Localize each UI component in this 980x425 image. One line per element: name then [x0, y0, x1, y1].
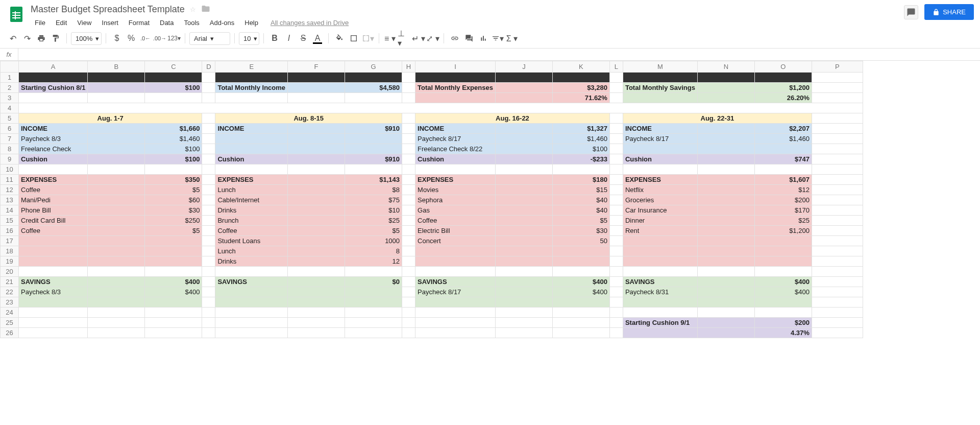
cell[interactable]: Freelance Check	[19, 144, 88, 154]
cell[interactable]	[288, 164, 345, 175]
cell[interactable]	[215, 144, 288, 154]
cell[interactable]	[415, 164, 496, 175]
text-color-icon[interactable]: A	[311, 32, 324, 45]
cell[interactable]	[415, 308, 496, 318]
cell[interactable]: $8	[345, 185, 402, 195]
borders-icon[interactable]	[347, 32, 360, 45]
cell[interactable]	[495, 287, 552, 297]
comments-button[interactable]	[904, 5, 918, 19]
cell[interactable]	[202, 175, 215, 185]
cell[interactable]	[495, 93, 552, 103]
cell[interactable]	[609, 134, 623, 144]
functions-icon[interactable]: Σ ▾	[505, 32, 519, 45]
cell[interactable]	[202, 216, 215, 226]
cell[interactable]	[215, 287, 288, 297]
font-select[interactable]: Arial ▾	[189, 32, 230, 45]
cell[interactable]	[345, 297, 402, 308]
cell[interactable]	[495, 154, 552, 164]
menu-tools[interactable]: Tools	[180, 17, 203, 29]
cell[interactable]	[415, 328, 496, 338]
cell[interactable]: $60	[145, 195, 202, 205]
cell[interactable]	[345, 73, 402, 83]
cell[interactable]	[402, 154, 415, 164]
cell[interactable]: $180	[552, 175, 609, 185]
currency-icon[interactable]: $	[110, 32, 124, 45]
cell[interactable]	[609, 73, 623, 83]
cell[interactable]: Paycheck 8/17	[415, 134, 496, 144]
col-hdr[interactable]: K	[552, 61, 609, 73]
cell[interactable]	[288, 308, 345, 318]
cell[interactable]	[88, 246, 145, 256]
cell[interactable]	[202, 256, 215, 267]
print-icon[interactable]	[35, 32, 48, 45]
cell[interactable]	[202, 124, 215, 134]
cell[interactable]	[609, 226, 623, 236]
row-hdr[interactable]: 26	[1, 328, 19, 338]
cell[interactable]	[495, 124, 552, 134]
cell[interactable]	[812, 113, 863, 124]
cell[interactable]	[88, 93, 145, 103]
cell[interactable]	[754, 144, 812, 154]
cell[interactable]	[402, 195, 415, 205]
cell[interactable]	[609, 113, 623, 124]
col-hdr[interactable]: F	[288, 61, 345, 73]
cell[interactable]	[202, 236, 215, 246]
cell[interactable]	[202, 73, 215, 83]
cell[interactable]	[202, 195, 215, 205]
select-all-corner[interactable]	[1, 61, 19, 73]
cell[interactable]: Coffee	[19, 226, 88, 236]
row-hdr[interactable]: 6	[1, 124, 19, 134]
cell[interactable]	[145, 164, 202, 175]
cell[interactable]	[495, 144, 552, 154]
cell[interactable]	[345, 318, 402, 328]
cell[interactable]	[88, 83, 145, 93]
cell[interactable]	[288, 297, 345, 308]
cell[interactable]: $100	[145, 83, 202, 93]
cell[interactable]: 12	[345, 256, 402, 267]
cell[interactable]	[402, 287, 415, 297]
cell[interactable]: $5	[145, 185, 202, 195]
cell[interactable]	[812, 236, 863, 246]
col-hdr[interactable]: P	[812, 61, 863, 73]
cell[interactable]: Electric Bill	[415, 226, 496, 236]
cell[interactable]	[812, 246, 863, 256]
row-hdr[interactable]: 11	[1, 175, 19, 185]
cell[interactable]: Groceries	[623, 195, 697, 205]
cell[interactable]	[145, 73, 202, 83]
cell[interactable]	[415, 318, 496, 328]
row-hdr[interactable]: 8	[1, 144, 19, 154]
row-hdr[interactable]: 5	[1, 113, 19, 124]
cell[interactable]	[495, 277, 552, 287]
cell[interactable]	[19, 256, 88, 267]
cell[interactable]: SAVINGS	[415, 277, 496, 287]
cell[interactable]	[812, 205, 863, 216]
cell[interactable]	[697, 175, 754, 185]
col-hdr[interactable]: G	[345, 61, 402, 73]
cell[interactable]	[19, 164, 88, 175]
cell[interactable]	[552, 246, 609, 256]
cell[interactable]	[88, 144, 145, 154]
cell[interactable]	[402, 328, 415, 338]
cell[interactable]: INCOME	[623, 124, 697, 134]
cell[interactable]	[88, 287, 145, 297]
row-hdr[interactable]: 15	[1, 216, 19, 226]
cell[interactable]	[288, 267, 345, 277]
row-hdr[interactable]: 16	[1, 226, 19, 236]
cell[interactable]: EXPENSES	[623, 175, 697, 185]
cell[interactable]: $75	[345, 195, 402, 205]
cell[interactable]: $747	[754, 154, 812, 164]
row-hdr[interactable]: 17	[1, 236, 19, 246]
cell[interactable]	[215, 297, 288, 308]
cell[interactable]	[402, 308, 415, 318]
chart-icon[interactable]	[477, 32, 490, 45]
cell[interactable]	[697, 216, 754, 226]
cell[interactable]	[202, 226, 215, 236]
cell[interactable]	[215, 318, 288, 328]
fill-color-icon[interactable]	[333, 32, 346, 45]
cell[interactable]	[88, 124, 145, 134]
cell[interactable]	[609, 308, 623, 318]
cell[interactable]: $400	[552, 277, 609, 287]
cell[interactable]: $25	[754, 216, 812, 226]
cell[interactable]: $400	[754, 277, 812, 287]
cell[interactable]: $400	[754, 287, 812, 297]
